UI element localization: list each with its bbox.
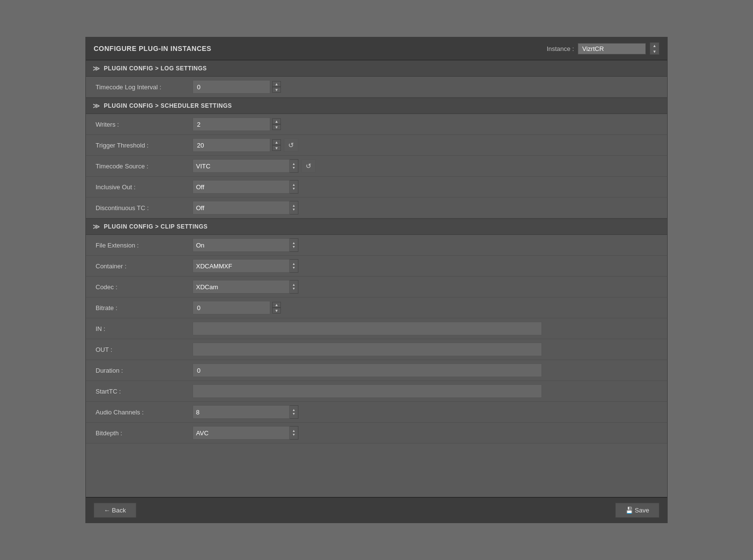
select-file-extension[interactable]: On Off (193, 238, 290, 252)
collapse-icon-log[interactable]: ≫ (93, 65, 100, 72)
select-arrow-audio-channels[interactable]: ▲ ▼ (290, 405, 298, 419)
control-writers: ▲ ▼ (193, 117, 281, 131)
control-timecode-source: VITC LTC ▲ ▼ ↺ (193, 159, 316, 173)
label-audio-channels: Audio Channels : (96, 409, 193, 416)
select-audio-channels[interactable]: 8 2 4 16 (193, 405, 290, 419)
select-wrapper-container: XDCAMMXF ▲ ▼ (193, 259, 298, 273)
label-in: IN : (96, 325, 193, 332)
input-starttc[interactable] (193, 384, 542, 398)
control-audio-channels: 8 2 4 16 ▲ ▼ (193, 405, 298, 419)
select-arrow-codec[interactable]: ▲ ▼ (290, 280, 298, 294)
select-codec[interactable]: XDCam (193, 280, 290, 294)
select-arrow-inclusive-out[interactable]: ▲ ▼ (290, 180, 298, 194)
spinner-writers[interactable]: ▲ ▼ (272, 118, 281, 130)
spin-down-bitrate[interactable]: ▼ (272, 308, 281, 313)
label-starttc: StartTC : (96, 388, 193, 395)
label-bitrate: Bitrate : (96, 304, 193, 312)
spin-down-writers[interactable]: ▼ (272, 124, 281, 130)
instance-spin-down[interactable]: ▼ (650, 49, 659, 54)
field-inclusive-out: Inclusive Out : Off On ▲ ▼ (86, 177, 667, 198)
collapse-icon-clip[interactable]: ≫ (93, 223, 100, 231)
select-bitdepth[interactable]: AVC (193, 426, 290, 440)
section-scheduler-settings-title: PLUGIN CONFIG > SCHEDULER SETTINGS (104, 102, 232, 109)
field-out: OUT : (86, 339, 667, 360)
refresh-timecode-source[interactable]: ↺ (301, 159, 316, 173)
label-writers: Writers : (96, 121, 193, 128)
label-timecode-log-interval: Timecode Log Interval : (96, 83, 193, 91)
spinner-trigger-threshold[interactable]: ▲ ▼ (272, 139, 281, 151)
label-out: OUT : (96, 346, 193, 353)
select-arrow-container[interactable]: ▲ ▼ (290, 259, 298, 273)
field-discontinuous-tc: Discontinuous TC : Off On ▲ ▼ (86, 198, 667, 218)
spin-down-timecode-log-interval[interactable]: ▼ (272, 87, 281, 93)
spinner-bitrate[interactable]: ▲ ▼ (272, 302, 281, 313)
top-bar: CONFIGURE PLUG-IN INSTANCES Instance : V… (86, 37, 667, 60)
instance-row: Instance : VizrtCR ▲ ▼ (547, 42, 659, 55)
select-arrow-timecode-source[interactable]: ▲ ▼ (290, 159, 298, 173)
spin-up-trigger-threshold[interactable]: ▲ (272, 139, 281, 145)
spin-up-bitrate[interactable]: ▲ (272, 302, 281, 308)
section-clip-settings-title: PLUGIN CONFIG > CLIP SETTINGS (104, 223, 208, 230)
instance-select[interactable]: VizrtCR (578, 43, 646, 54)
field-in: IN : (86, 318, 667, 339)
save-button[interactable]: 💾 Save (615, 503, 659, 518)
label-codec: Codec : (96, 283, 193, 291)
control-container: XDCAMMXF ▲ ▼ (193, 259, 298, 273)
input-timecode-log-interval[interactable] (193, 80, 270, 94)
label-timecode-source: Timecode Source : (96, 163, 193, 170)
field-writers: Writers : ▲ ▼ (86, 114, 667, 135)
field-container: Container : XDCAMMXF ▲ ▼ (86, 256, 667, 277)
field-timecode-source: Timecode Source : VITC LTC ▲ ▼ ↺ (86, 156, 667, 177)
instance-spin-up[interactable]: ▲ (650, 43, 659, 49)
select-wrapper-timecode-source: VITC LTC ▲ ▼ (193, 159, 298, 173)
instance-spinner[interactable]: ▲ ▼ (650, 42, 659, 55)
input-trigger-threshold[interactable] (193, 138, 270, 152)
control-duration (193, 363, 542, 377)
refresh-trigger-threshold[interactable]: ↺ (284, 138, 298, 152)
field-bitrate: Bitrate : ▲ ▼ (86, 297, 667, 318)
select-timecode-source[interactable]: VITC LTC (193, 159, 290, 173)
control-bitrate: ▲ ▼ (193, 301, 281, 314)
input-out[interactable] (193, 343, 542, 356)
instance-label: Instance : (547, 45, 574, 52)
field-trigger-threshold: Trigger Threshold : ▲ ▼ ↺ (86, 135, 667, 156)
input-in[interactable] (193, 322, 542, 335)
spinner-timecode-log-interval[interactable]: ▲ ▼ (272, 81, 281, 93)
control-codec: XDCam ▲ ▼ (193, 280, 298, 294)
control-file-extension: On Off ▲ ▼ (193, 238, 298, 252)
field-codec: Codec : XDCam ▲ ▼ (86, 277, 667, 297)
back-button[interactable]: ← Back (94, 503, 136, 518)
select-wrapper-bitdepth: AVC ▲ ▼ (193, 426, 298, 440)
spin-up-writers[interactable]: ▲ (272, 118, 281, 124)
field-duration: Duration : (86, 360, 667, 381)
control-bitdepth: AVC ▲ ▼ (193, 426, 298, 440)
select-arrow-bitdepth[interactable]: ▲ ▼ (290, 426, 298, 440)
main-panel: CONFIGURE PLUG-IN INSTANCES Instance : V… (85, 37, 668, 523)
control-discontinuous-tc: Off On ▲ ▼ (193, 201, 298, 214)
section-log-settings-header: ≫ PLUGIN CONFIG > LOG SETTINGS (86, 60, 667, 77)
collapse-icon-scheduler[interactable]: ≫ (93, 102, 100, 110)
control-inclusive-out: Off On ▲ ▼ (193, 180, 298, 194)
control-trigger-threshold: ▲ ▼ ↺ (193, 138, 298, 152)
select-arrow-file-extension[interactable]: ▲ ▼ (290, 238, 298, 252)
scrollable-content[interactable]: ≫ PLUGIN CONFIG > LOG SETTINGS Timecode … (86, 60, 667, 497)
select-container[interactable]: XDCAMMXF (193, 259, 290, 273)
spin-up-timecode-log-interval[interactable]: ▲ (272, 81, 281, 87)
control-timecode-log-interval: ▲ ▼ (193, 80, 281, 94)
select-arrow-discontinuous-tc[interactable]: ▲ ▼ (290, 201, 298, 214)
select-inclusive-out[interactable]: Off On (193, 180, 290, 194)
select-wrapper-file-extension: On Off ▲ ▼ (193, 238, 298, 252)
label-file-extension: File Extension : (96, 242, 193, 249)
input-bitrate[interactable] (193, 301, 270, 314)
select-wrapper-codec: XDCam ▲ ▼ (193, 280, 298, 294)
label-container: Container : (96, 263, 193, 270)
input-writers[interactable] (193, 117, 270, 131)
field-timecode-log-interval: Timecode Log Interval : ▲ ▼ (86, 77, 667, 98)
field-file-extension: File Extension : On Off ▲ ▼ (86, 235, 667, 256)
section-log-settings-title: PLUGIN CONFIG > LOG SETTINGS (104, 65, 207, 72)
select-discontinuous-tc[interactable]: Off On (193, 201, 290, 214)
label-duration: Duration : (96, 367, 193, 374)
input-duration[interactable] (193, 363, 542, 377)
spin-down-trigger-threshold[interactable]: ▼ (272, 145, 281, 151)
select-wrapper-discontinuous-tc: Off On ▲ ▼ (193, 201, 298, 214)
